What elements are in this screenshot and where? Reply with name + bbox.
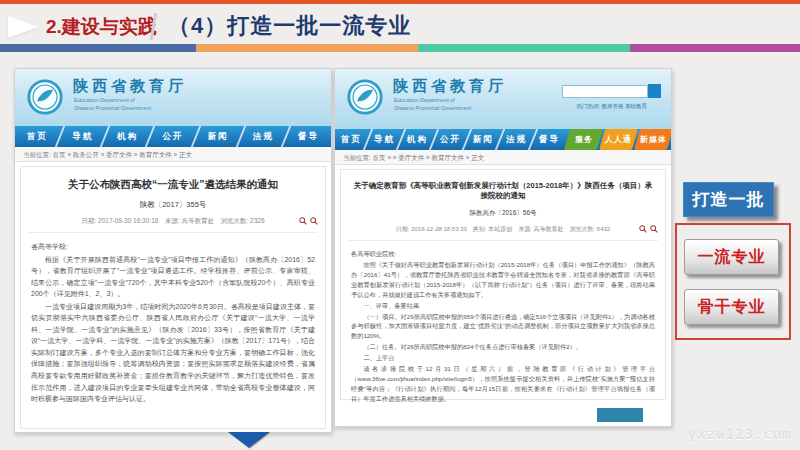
- meta-icons: [639, 225, 658, 233]
- triangle-down-icon: [228, 432, 270, 448]
- hot-search-words: 热门热词: 教师资格 基础教育: [576, 103, 647, 110]
- nav-tab-label: 公开: [440, 134, 461, 146]
- doc-number: 陕教高办〔2016〕56号: [341, 209, 665, 218]
- nav-tab-organizations[interactable]: 机构: [401, 129, 434, 150]
- nav-tab-regulations[interactable]: 法规: [241, 126, 286, 147]
- nav-tab-supervision[interactable]: 督导: [533, 129, 566, 150]
- nav-tab-supervision[interactable]: 督导: [286, 126, 331, 147]
- callout-gugan-zhuanye-button[interactable]: 骨干专业: [684, 289, 779, 325]
- breadcrumb[interactable]: 当前位置: 首页 » » 委厅文件 » 教育厅文件 » 正文: [335, 150, 671, 165]
- doc-paragraph: 请各承接院校于12月31日（星期六）前，登陆教育部《行动计划》管理平台（www.…: [351, 364, 655, 404]
- nav-tab-label: 服务: [575, 134, 593, 145]
- nav-tab-news[interactable]: 新闻: [196, 126, 241, 147]
- doc-meta: 日期: 2016-12-28 18:53:33 类别: 本站原创 来源: 高等教…: [341, 225, 665, 234]
- nav-tab-new-media[interactable]: 新媒体: [634, 129, 671, 150]
- meta-icons: [299, 217, 318, 225]
- nav-tab-label: 人人通: [605, 134, 632, 145]
- nav-tab-label: 新媒体: [640, 134, 667, 145]
- nav-tab-label: 首页: [341, 134, 362, 146]
- nav-tab-label: 法规: [253, 131, 274, 143]
- nav-tab-home[interactable]: 首页: [335, 129, 368, 150]
- callout-yiliu-zhuanye-button[interactable]: 一流专业: [684, 239, 779, 275]
- nav-tab-navigation[interactable]: 导航: [60, 126, 105, 147]
- nav-tab-home[interactable]: 首页: [15, 126, 60, 147]
- right-site-header: 陕西省教育厅 Education Department of Shaanxi P…: [335, 69, 671, 129]
- doc-number: 陕教〔2017〕355号: [21, 200, 325, 210]
- nav-tab-label: 督导: [539, 134, 560, 146]
- nav-tab-label: 导航: [374, 134, 395, 146]
- education-dept-logo-icon: [346, 78, 384, 116]
- nav-tab-disclosure[interactable]: 公开: [434, 129, 467, 150]
- doc-paragraph: 按照《关于做好高等职业教育创新发展行动计划（2015-2018年）任务（项目）申…: [351, 260, 655, 300]
- callout-dazao-yipi-button[interactable]: 打造一批: [683, 182, 774, 217]
- org-name-en: Education Department of: [394, 97, 455, 103]
- underline-segment-blue: [0, 44, 196, 52]
- left-site-header: 陕西省教育厅 Education Department of Shaanxi P…: [15, 69, 331, 126]
- org-name-en: Education Department of: [74, 97, 135, 103]
- underline-segment-magenta: [630, 44, 800, 52]
- left-screenshot: 陕西省教育厅 Education Department of Shaanxi P…: [14, 68, 332, 433]
- doc-meta-text: 日期: 2017-09-30 16:30:16 来源: 高等教育处 浏览次数: …: [81, 217, 264, 224]
- section-title: 2.建设与实践: [46, 14, 157, 40]
- search-input[interactable]: [562, 85, 648, 98]
- left-article: 关于公布陕西高校“一流专业”遴选结果的通知 陕教〔2017〕355号 日期: 2…: [20, 166, 326, 429]
- doc-body: 各高等职业院校: 按照《关于做好高等职业教育创新发展行动计划（2015-2018…: [341, 247, 665, 411]
- doc-paragraph: 一流专业项目建设周期为3年，结项时间为2020年6月30日。各高校是项目建设主体…: [31, 301, 315, 405]
- page-action-button[interactable]: [597, 408, 643, 422]
- nav-tab-services[interactable]: 服务: [564, 129, 603, 150]
- nav-tab-label: 首页: [27, 131, 48, 143]
- nav-tab-label: 机构: [407, 134, 428, 146]
- nav-tab-label: 法规: [506, 134, 527, 146]
- top-accent-strip: [0, 0, 800, 4]
- doc-meta: 日期: 2017-09-30 16:30:16 来源: 高等教育处 浏览次数: …: [21, 217, 325, 226]
- right-site-nav: 首页 导航 机构 公开 新闻 法规 督导 服务 人人通 新媒体: [335, 129, 671, 150]
- nav-tab-label: 机构: [117, 131, 138, 143]
- nav-tab-organizations[interactable]: 机构: [105, 126, 150, 147]
- search-button[interactable]: [648, 84, 661, 98]
- doc-body: 各高等学校: 根据《关于开展陕西普通高校“一流专业”项目申报工作的通知》（陕教高…: [21, 239, 325, 412]
- zoom-out-icon[interactable]: [650, 225, 658, 233]
- underline-segment-orange: [196, 44, 418, 52]
- left-site-nav: 首页 导航 机构 公开 新闻 法规 督导: [15, 126, 331, 147]
- doc-title: 关于确定教育部《高等职业教育创新发展行动计划（2015-2018年）》陕西任务（…: [351, 181, 655, 201]
- search-bar: [562, 84, 661, 98]
- zoom-out-icon[interactable]: [310, 217, 318, 225]
- nav-tab-regulations[interactable]: 法规: [500, 129, 533, 150]
- org-name-en: Shaanxi Provincial Government: [74, 105, 151, 111]
- zoom-in-icon[interactable]: [299, 217, 307, 225]
- nav-tab-label: 新闻: [208, 131, 229, 143]
- doc-paragraph: 二、上平台: [351, 353, 655, 363]
- zoom-in-icon[interactable]: [639, 225, 647, 233]
- nav-tab-navigation[interactable]: 导航: [368, 129, 401, 150]
- breadcrumb[interactable]: 当前位置: 首页 » 政务公开 » 委厅文件 » 教育厅文件 » 正文: [15, 147, 331, 162]
- doc-title: 关于公布陕西高校“一流专业”遴选结果的通知: [31, 178, 315, 192]
- org-name-en: Shaanxi Provincial Government: [394, 105, 471, 111]
- doc-paragraph: 一、评审、备案结果: [351, 301, 655, 311]
- doc-paragraph: 各高等学校:: [31, 241, 315, 253]
- doc-divider: [28, 232, 318, 233]
- right-article: 关于确定教育部《高等职业教育创新发展行动计划（2015-2018年）》陕西任务（…: [340, 169, 666, 400]
- right-screenshot: 陕西省教育厅 Education Department of Shaanxi P…: [334, 68, 672, 427]
- nav-tab-disclosure[interactable]: 公开: [150, 126, 195, 147]
- underline-segment-teal: [418, 44, 630, 52]
- nav-tab-news[interactable]: 新闻: [467, 129, 500, 150]
- org-name: 陕西省教育厅: [393, 77, 507, 96]
- doc-paragraph: （二）任务。对26所高职院校申报的824个任务点进行审核备案（详见附件2）。: [351, 342, 655, 352]
- nav-tab-renrentong[interactable]: 人人通: [599, 129, 638, 150]
- org-name: 陕西省教育厅: [73, 77, 187, 96]
- doc-paragraph: （一）项目。对29所高职院校申报的959个项目进行遴选，确定516个立项项目（详…: [351, 312, 655, 342]
- nav-tab-label: 督导: [298, 131, 319, 143]
- presentation-slide: 2.建设与实践 （4）打造一批一流专业 陕西省教育厅 Education Dep…: [0, 0, 800, 450]
- education-dept-logo-icon: [26, 78, 64, 116]
- watermark: yxzw123.com: [688, 426, 792, 442]
- nav-tab-label: 新闻: [473, 134, 494, 146]
- chevron-right-icon: [8, 16, 38, 38]
- nav-tab-label: 导航: [72, 131, 93, 143]
- search-icon: [654, 87, 655, 95]
- doc-paragraph: 各高等职业院校:: [351, 249, 655, 259]
- doc-divider: [348, 240, 658, 241]
- doc-paragraph: 根据《关于开展陕西普通高校“一流专业”项目申报工作的通知》（陕教高办〔2016〕…: [31, 254, 315, 300]
- page-title: （4）打造一批一流专业: [168, 11, 411, 41]
- doc-meta-text: 日期: 2016-12-28 18:53:33 类别: 本站原创 来源: 高等教…: [396, 226, 610, 232]
- nav-tab-label: 公开: [162, 131, 183, 143]
